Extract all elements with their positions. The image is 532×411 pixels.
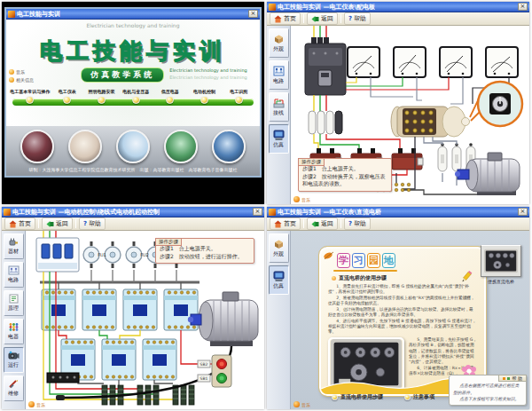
side-links: 音乐 相关信息 — [9, 69, 34, 83]
simulation-canvas[interactable]: 操作步骤 步骤1 合上电源开关。 步骤2 按动转换开关，观察电压表和电流表的读数… — [291, 26, 529, 204]
close-button[interactable]: × — [518, 3, 528, 11]
motor[interactable] — [455, 153, 520, 195]
back-button[interactable]: 返回 — [307, 12, 338, 25]
app-icon — [4, 209, 11, 216]
sidebar-simulation[interactable]: 仿真 — [269, 265, 289, 295]
info-link[interactable]: 相关信息 — [9, 77, 34, 83]
help-note-tab: 帮 助 — [498, 375, 527, 382]
photo-circles — [6, 126, 260, 167]
analog-meter[interactable] — [486, 47, 518, 77]
distribution-board-capture: 电工技能与实训 —电工仪表\配电板 × 首页 返回 ? 帮助 外观 — [267, 2, 529, 204]
music-link[interactable]: 音乐 — [9, 69, 34, 75]
notes-link[interactable]: 注意事项 — [404, 393, 434, 401]
close-button[interactable]: × — [518, 208, 528, 216]
help-button[interactable]: ? 帮助 — [344, 217, 371, 230]
app-icon — [269, 209, 276, 216]
menu-sphere-icon — [26, 96, 34, 104]
sidebar-circuit[interactable]: 电路 — [4, 262, 24, 288]
circuit-breaker[interactable] — [36, 238, 79, 272]
window-title: 电工技能与实训 — [17, 10, 60, 19]
splash-window: 电工技能与实训 × Electrician technology and tra… — [4, 7, 262, 178]
analog-meter[interactable] — [440, 47, 472, 77]
close-button[interactable]: × — [248, 10, 258, 18]
back-arrow-icon — [311, 220, 319, 228]
circuit-icon — [8, 265, 20, 275]
home-button[interactable]: 首页 — [270, 217, 301, 230]
card-title: 学 习 园 地 — [337, 253, 477, 268]
menu-sphere-icon — [200, 96, 208, 104]
sidebar-equipment[interactable]: 器材 — [4, 233, 24, 259]
analog-meter[interactable] — [348, 47, 379, 77]
help-button[interactable]: ? 帮助 — [79, 217, 106, 230]
analog-meter[interactable] — [394, 47, 426, 77]
bottom-links: 直流电桥使用步骤 注意事项 — [332, 393, 434, 401]
back-arrow-icon — [311, 15, 319, 23]
window-title: 电工技能与实训 —电工仪表\直流电桥 — [278, 208, 381, 217]
back-button[interactable]: 返回 — [307, 217, 338, 230]
home-icon — [274, 15, 282, 23]
sidebar-wiring[interactable]: 接线 — [269, 92, 289, 122]
four-screenshot-montage: 电工技能与实训 × Electrician technology and tra… — [0, 0, 532, 411]
breaker-to-fuse-wires — [314, 95, 326, 111]
sidebar-appearance[interactable]: 外观 — [269, 233, 289, 263]
sidebar-devices[interactable]: 电器 — [4, 319, 24, 344]
fuse-group[interactable] — [309, 111, 342, 134]
menu-item-lowvoltage[interactable]: 低压电器 — [153, 89, 188, 104]
menu-item-lighting[interactable]: 照明电路安装 — [84, 89, 119, 104]
sidebar-circuit[interactable]: 电路 — [269, 60, 289, 90]
module-sidebar: 外观 电路 接线 仿真 — [267, 26, 291, 204]
menu-item-motor-control[interactable]: 电动机控制 — [187, 89, 222, 104]
sidebar-simulation[interactable]: 仿真 — [269, 124, 289, 154]
simulation-canvas[interactable]: FU1 FU2 — [26, 231, 264, 409]
help-icon: ? — [348, 15, 352, 22]
help-button[interactable]: ? 帮助 — [344, 12, 371, 25]
menu-item-motors-transformers[interactable]: 电机与变压器 — [119, 89, 153, 104]
music-toggle[interactable]: 音乐 — [28, 401, 45, 407]
info-icon — [9, 77, 14, 83]
photo-motor — [164, 130, 198, 163]
module-sidebar: 器材 电路 原理 电器 运行 维修 — [2, 231, 26, 409]
instrument-thumbnail[interactable]: 便携直流电桥 — [477, 245, 525, 284]
plug-icon — [8, 237, 20, 247]
splash-body: Electrician technology and training 音乐 相… — [6, 20, 260, 176]
brush-device[interactable] — [47, 373, 79, 383]
photo-switch — [116, 130, 150, 163]
components-grid-icon — [8, 322, 20, 332]
orange-bullet-icon — [332, 276, 336, 281]
watermark-text: Electrician technology and training — [87, 22, 180, 28]
music-toggle[interactable]: 音乐 — [293, 196, 310, 202]
contactor-row-1[interactable] — [42, 289, 198, 330]
home-button[interactable]: 首页 — [270, 12, 301, 25]
wiring-icon — [273, 98, 285, 108]
rotary-switch[interactable] — [391, 107, 470, 137]
toolbar-separator — [340, 219, 341, 228]
close-button[interactable]: × — [253, 208, 262, 216]
thumbnail-label: 便携直流电桥 — [477, 279, 525, 284]
circuit-breaker[interactable] — [305, 37, 346, 95]
photo-components — [212, 130, 246, 163]
menu-item-diagram-reading[interactable]: 电工识图 — [222, 89, 256, 104]
bridge-thumb-icon — [484, 249, 518, 273]
instruction-paragraphs: 1、测量前先打开检流计锁扣，即将 G 接线柱处的金属片由“内接”拨到“外接”，再… — [328, 284, 477, 336]
window-title: 电工技能与实训 —电动机控制\绕线式电动机起动控制 — [12, 208, 160, 217]
current-transformer[interactable] — [392, 148, 423, 170]
tab-dot-green — [507, 377, 510, 380]
sidebar-run[interactable]: 运行 — [4, 347, 24, 373]
menu-item-basics[interactable]: 电工基本常识与操作 — [10, 89, 50, 104]
home-button[interactable]: 首页 — [4, 217, 35, 230]
menu-sphere-icon — [98, 96, 106, 104]
menu-item-instruments[interactable]: 电工仪表 — [50, 89, 84, 104]
sidebar-appearance[interactable]: 外观 — [269, 28, 289, 58]
sidebar-principle[interactable]: 原理 — [4, 290, 24, 316]
sphere-bullet-icon — [332, 394, 338, 400]
motor-control-capture: 电工技能与实训 —电动机控制\绕线式电动机起动控制 × 首页 返回 ? 帮助 器… — [2, 207, 264, 409]
music-toggle[interactable]: 音乐 — [293, 401, 310, 407]
title-bar: 电工技能与实训 —电工仪表\直流电桥 × — [267, 207, 529, 217]
toolbar: 首页 返回 ? 帮助 — [267, 217, 529, 231]
push-button-panel[interactable]: SB2 SB1 — [198, 355, 231, 387]
sidebar-repair[interactable]: 维修 — [4, 375, 24, 401]
back-button[interactable]: 返回 — [42, 217, 73, 230]
box-icon — [273, 239, 285, 249]
usage-steps-link[interactable]: 直流电桥使用步骤 — [332, 393, 383, 401]
menu-sphere-icon — [166, 96, 174, 104]
